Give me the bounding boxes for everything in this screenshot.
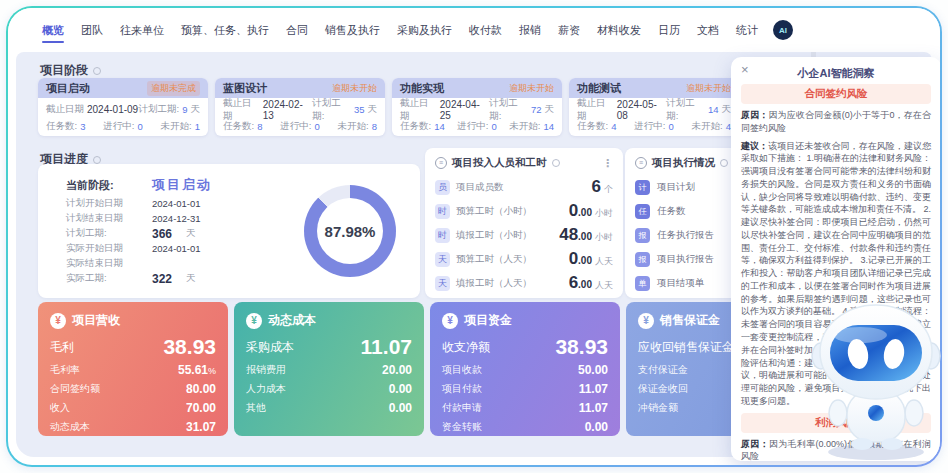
plan-label: 计划工期:	[139, 103, 180, 116]
card-title: 项目资金	[464, 312, 512, 329]
running-label: 进行中:	[457, 120, 488, 133]
plan-duration-row: 计划工期:366天	[66, 226, 212, 241]
tab-salary[interactable]: 薪资	[556, 18, 582, 43]
hours-icon: 时	[435, 228, 450, 243]
dynamic-cost-card[interactable]: ¥动态成本 采购成本11.07 报销费用20.00 人力成本0.00 其他0.0…	[234, 302, 424, 436]
manpower-panel: ≡ 项目投入人员和工时 ⋮ 员 项目成员数 6个 时 预算工时（小时） 0.00…	[425, 148, 623, 298]
hours-icon: 时	[435, 204, 450, 219]
stage-card-header: 功能实现 逾期未开始	[392, 78, 562, 98]
stage-card-body: 截止日期2024-01-09 计划工期:9天 任务数:3 进行中:0 未开始:1	[38, 98, 208, 135]
notstart-label: 未开始:	[509, 120, 540, 133]
notstart-count: 8	[372, 121, 377, 132]
tab-sales-exec[interactable]: 销售及执行	[323, 18, 382, 43]
stage-card-blueprint[interactable]: 蓝图设计 逾期未开始 截止日期2024-02-13 计划工期:35天 任务数:8…	[215, 78, 385, 136]
running-count: 0	[668, 121, 673, 132]
current-stage-row: 当前阶段: 项目启动	[66, 174, 212, 196]
due-label: 截止日期	[400, 97, 437, 123]
due-label: 截止日期	[577, 97, 614, 123]
stage-card-testing[interactable]: 功能测试 逾期未开始 截止日期2024-05-08 计划工期:14天 任务数:4…	[569, 78, 739, 136]
panel-list-icon: ≡	[435, 157, 447, 169]
stages-title-text: 项目阶段	[40, 62, 88, 79]
donut-center-label: 87.98%	[317, 198, 383, 264]
notstart-count: 14	[543, 121, 554, 132]
refresh-circle-icon[interactable]	[93, 156, 101, 164]
ai-panel-title: 小企AI智能洞察	[798, 67, 875, 79]
stage-status-tag: 逾期未完成	[147, 81, 200, 96]
manpower-title: 项目投入人员和工时	[452, 156, 547, 170]
plan-label: 计划工期:	[312, 97, 351, 123]
tab-payments[interactable]: 收付款	[467, 18, 504, 43]
money-bag-icon: ¥	[246, 313, 262, 329]
tab-partners[interactable]: 往来单位	[118, 18, 166, 43]
stage-card-header: 蓝图设计 逾期未开始	[215, 78, 385, 98]
plan-days: 14	[708, 104, 719, 115]
close-icon[interactable]: ×	[741, 62, 749, 77]
notstart-count: 1	[195, 121, 200, 132]
plan-label: 计划工期:	[489, 97, 528, 123]
stage-card-implementation[interactable]: 功能实现 逾期未开始 截止日期2024-04-25 计划工期:72天 任务数:1…	[392, 78, 562, 136]
stage-card-header: 项目启动 逾期未完成	[38, 78, 208, 98]
manpower-row: 员 项目成员数 6个	[425, 175, 623, 199]
running-count: 0	[314, 121, 319, 132]
progress-donut: 87.98%	[304, 185, 396, 277]
stage-card-body: 截止日期2024-04-25 计划工期:72天 任务数:14 进行中:0 未开始…	[392, 98, 562, 135]
running-label: 进行中:	[634, 120, 665, 133]
plan-days: 72	[531, 104, 542, 115]
app-window: 概览 团队 往来单位 预算、任务、执行 合同 销售及执行 采购及执行 收付款 报…	[0, 0, 948, 473]
tab-contract[interactable]: 合同	[284, 18, 310, 43]
stages-section-title: 项目阶段	[40, 62, 101, 79]
current-stage-value: 项目启动	[152, 176, 212, 194]
funds-card[interactable]: ¥项目资金 收支净额38.93 项目收款50.00 项目付款11.07 付款申请…	[430, 302, 620, 436]
day-unit: 天	[191, 103, 201, 116]
tab-overview[interactable]: 概览	[40, 18, 66, 43]
tab-team[interactable]: 团队	[79, 18, 105, 43]
progress-grid: 当前阶段: 项目启动 计划开始日期2024-01-01 计划结束日期2024-1…	[66, 174, 212, 286]
tab-budget-task-exec[interactable]: 预算、任务、执行	[179, 18, 271, 43]
ai-panel-header: × 小企AI智能洞察	[741, 63, 931, 80]
robot-mascot	[800, 300, 948, 460]
money-bag-icon: ¥	[638, 313, 654, 329]
refresh-circle-icon[interactable]	[720, 159, 728, 167]
notstart-label: 未开始:	[338, 120, 369, 133]
person-day-icon: 天	[435, 276, 450, 291]
ai-assistant-badge[interactable]: AI	[773, 20, 793, 40]
plan-end-row: 计划结束日期2024-12-31	[66, 211, 212, 226]
tab-calendar[interactable]: 日历	[656, 18, 682, 43]
notstart-label: 未开始:	[161, 120, 192, 133]
refresh-circle-icon[interactable]	[552, 159, 560, 167]
report-icon: 报	[635, 252, 650, 267]
tasks-count: 4	[611, 121, 616, 132]
kebab-menu-icon[interactable]: ⋮	[602, 157, 613, 170]
manpower-row: 时 预算工时（小时） 0.00小时	[425, 199, 623, 223]
tasks-count: 3	[80, 121, 85, 132]
member-icon: 员	[435, 180, 450, 195]
tab-stats[interactable]: 统计	[734, 18, 760, 43]
plan-icon: 计	[635, 180, 650, 195]
revenue-card[interactable]: ¥项目营收 毛利38.93 毛利率55.61% 合同签约额80.00 收入70.…	[38, 302, 228, 436]
tab-materials[interactable]: 材料收发	[595, 18, 643, 43]
due-label: 截止日期	[223, 97, 260, 123]
actual-duration-row: 实际工期:322天	[66, 271, 212, 286]
due-date: 2024-05-08	[617, 99, 667, 121]
stage-name: 项目启动	[46, 81, 90, 96]
refresh-circle-icon[interactable]	[93, 67, 101, 75]
manpower-row: 时 填报工时（小时） 48.00小时	[425, 223, 623, 247]
stage-card-kickoff[interactable]: 项目启动 逾期未完成 截止日期2024-01-09 计划工期:9天 任务数:3 …	[38, 78, 208, 136]
panel-list-icon: ≡	[635, 157, 647, 169]
tab-expense[interactable]: 报销	[517, 18, 543, 43]
card-title: 动态成本	[268, 312, 316, 329]
due-label: 截止日期	[46, 103, 84, 116]
person-day-icon: 天	[435, 252, 450, 267]
due-date: 2024-02-13	[263, 99, 313, 121]
tab-procure-exec[interactable]: 采购及执行	[395, 18, 454, 43]
money-bag-icon: ¥	[442, 313, 458, 329]
running-count: 0	[137, 121, 142, 132]
actual-start-row: 实际开始日期2024-01-01	[66, 241, 212, 256]
tab-docs[interactable]: 文档	[695, 18, 721, 43]
stage-card-header: 功能测试 逾期未开始	[569, 78, 739, 98]
closure-icon: 单	[635, 276, 650, 291]
card-title: 销售保证金	[660, 312, 720, 329]
running-label: 进行中:	[280, 120, 311, 133]
current-stage-label: 当前阶段:	[66, 178, 130, 193]
due-date: 2024-01-09	[87, 104, 138, 115]
